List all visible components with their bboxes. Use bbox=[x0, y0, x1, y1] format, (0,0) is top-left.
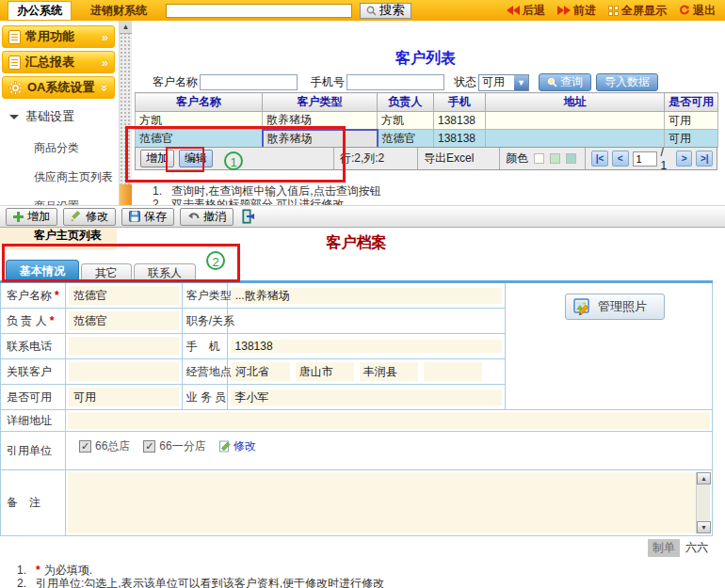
grid-edit-button[interactable]: 编辑 bbox=[179, 150, 213, 167]
last-page-button[interactable]: >| bbox=[696, 151, 713, 167]
scroll-up-icon[interactable]: ▲ bbox=[697, 472, 711, 485]
field-label: 详细地址 bbox=[7, 413, 52, 429]
scroll-down-icon[interactable]: ▼ bbox=[697, 521, 711, 533]
table-row[interactable]: 方凯 散养猪场 方凯 138138 可用 bbox=[136, 112, 718, 130]
maker-info: 制单 六六 bbox=[648, 539, 708, 557]
photo-edit-icon bbox=[573, 297, 592, 316]
salesman-field[interactable]: 李小军 bbox=[231, 389, 502, 405]
column-header[interactable]: 客户类型 bbox=[263, 93, 378, 112]
tab-basic-info[interactable]: 基本情况 bbox=[6, 260, 79, 281]
fullscreen-icon bbox=[608, 6, 619, 16]
forward-button[interactable]: 前进 bbox=[557, 3, 596, 19]
tab-contacts[interactable]: 联系人 bbox=[134, 263, 196, 281]
sidebar-splitter[interactable]: ▲ bbox=[119, 21, 132, 205]
plus-icon bbox=[13, 212, 24, 222]
ref-unit-option: ✓ 66一分店 bbox=[143, 438, 205, 454]
sidebar-section-basic-settings[interactable]: 基础设置 bbox=[0, 99, 117, 134]
add-button[interactable]: 增加 bbox=[6, 208, 57, 226]
next-page-button[interactable]: > bbox=[676, 151, 693, 167]
customer-form: 客户名称* 范德官 客户类型 ...散养猪场 负 责 人* 范德官 职务/关系 … bbox=[0, 283, 713, 536]
chevron-down-icon: » bbox=[98, 84, 112, 90]
import-data-button[interactable]: 导入数据 bbox=[596, 73, 658, 91]
global-search-input[interactable] bbox=[166, 4, 352, 18]
remark-scrollbar[interactable]: ▲ ▼ bbox=[696, 472, 710, 533]
province-field[interactable]: 河北省 bbox=[232, 362, 290, 381]
required-mark: * bbox=[55, 289, 59, 302]
grid-add-button[interactable]: 增加 bbox=[140, 150, 174, 167]
customer-type-field[interactable]: ...散养猪场 bbox=[231, 288, 502, 304]
topbar: 办公系统 进销财系统 搜索 后退 前进 全屏显示 退出 bbox=[0, 0, 725, 21]
mobile-field[interactable]: 138138 bbox=[231, 340, 502, 353]
color-swatch-3[interactable] bbox=[566, 153, 576, 164]
column-header[interactable]: 地址 bbox=[486, 93, 665, 112]
modify-button[interactable]: 修改 bbox=[63, 208, 116, 226]
edit-ref-units-link[interactable]: 修改 bbox=[219, 438, 256, 454]
color-swatch-2[interactable] bbox=[550, 153, 560, 164]
town-field[interactable] bbox=[424, 362, 482, 381]
county-field[interactable]: 丰润县 bbox=[360, 362, 418, 381]
form-title: 客户档案 bbox=[0, 233, 713, 253]
customer-list-panel: 客户列表 客户名称 手机号 状态 可用 ▼ 查询 导入数据 客户名称 客户类型 … bbox=[134, 21, 725, 205]
selected-cell[interactable]: 散养猪场 bbox=[263, 130, 378, 148]
back-button[interactable]: 后退 bbox=[507, 3, 545, 19]
detail-address-field[interactable] bbox=[68, 412, 710, 429]
exit-form-button[interactable] bbox=[241, 209, 256, 224]
app-tab-office[interactable]: 办公系统 bbox=[8, 1, 72, 21]
customer-name-field[interactable]: 范德官 bbox=[69, 286, 179, 305]
status-select[interactable]: 可用 ▼ bbox=[478, 74, 529, 91]
column-header[interactable]: 是否可用 bbox=[665, 93, 718, 112]
checkbox-checked[interactable]: ✓ bbox=[143, 440, 155, 453]
page-number-input[interactable] bbox=[633, 151, 657, 167]
tab-other[interactable]: 其它 bbox=[81, 263, 132, 281]
exit-button[interactable]: 退出 bbox=[679, 3, 716, 19]
sidebar-group-reports[interactable]: 汇总报表 » bbox=[2, 51, 115, 73]
color-label: 颜色 bbox=[506, 151, 528, 167]
column-header[interactable]: 客户名称 bbox=[136, 93, 263, 112]
form-help-notes: 1.*为必填项. 2.引用单位:勾选上,表示该单位可以看到该客户资料,便于修改时… bbox=[17, 564, 717, 588]
fullscreen-button[interactable]: 全屏显示 bbox=[608, 3, 667, 19]
customer-name-label: 客户名称 bbox=[153, 74, 198, 90]
search-icon bbox=[366, 6, 377, 16]
field-label: 客户名称 bbox=[7, 288, 52, 304]
city-field[interactable]: 唐山市 bbox=[296, 362, 354, 381]
document-icon bbox=[8, 30, 21, 44]
available-field[interactable]: 可用 bbox=[69, 388, 179, 406]
field-label: 客户类型 bbox=[183, 283, 228, 308]
sidebar-group-common[interactable]: 常用功能 » bbox=[2, 25, 115, 48]
related-customer-field[interactable] bbox=[69, 362, 179, 381]
remark-textarea[interactable]: ▲ ▼ bbox=[68, 472, 710, 533]
sidebar-item-supplier-list[interactable]: 供应商主页列表 bbox=[0, 163, 117, 192]
undo-button[interactable]: 撤消 bbox=[180, 208, 234, 226]
annotation-circle-2: 2 bbox=[206, 251, 225, 270]
person-in-charge-field[interactable]: 范德官 bbox=[69, 311, 179, 330]
color-swatch-1[interactable] bbox=[534, 153, 544, 164]
prev-page-button[interactable]: < bbox=[612, 151, 629, 167]
forward-icon bbox=[557, 6, 564, 15]
pagination: |< < / 1 > >| bbox=[585, 148, 717, 169]
table-row-selected[interactable]: 范德官 散养猪场 范德官 138138 可用 bbox=[136, 130, 718, 148]
column-header[interactable]: 负责人 bbox=[378, 93, 434, 112]
column-header[interactable]: 手机 bbox=[434, 93, 486, 112]
rowcol-status: 行:2,列:2 bbox=[333, 148, 417, 169]
field-label: 联系电话 bbox=[7, 339, 52, 355]
pencil-icon bbox=[71, 211, 82, 222]
grid-help-notes: 1.查询时,在查询框中输入值后,点击查询按钮 2.双击表格的标题部分,可以进行修… bbox=[153, 184, 680, 205]
checkbox-checked[interactable]: ✓ bbox=[79, 440, 91, 453]
field-label: 职务/关系 bbox=[183, 309, 228, 333]
export-excel-button[interactable]: 导出Excel bbox=[417, 148, 499, 169]
splitter-collapse-button[interactable]: ▲ bbox=[120, 21, 132, 34]
phone-input[interactable] bbox=[346, 74, 444, 90]
save-button[interactable]: 保存 bbox=[121, 208, 174, 226]
sidebar-item-product-category[interactable]: 商品分类 bbox=[0, 134, 117, 163]
search-button[interactable]: 搜索 bbox=[360, 3, 411, 19]
app-tab-erp[interactable]: 进销财系统 bbox=[90, 3, 147, 19]
ref-unit-option: ✓ 66总店 bbox=[79, 438, 130, 454]
customer-name-input[interactable] bbox=[200, 74, 298, 90]
query-button[interactable]: 查询 bbox=[539, 73, 591, 91]
contact-phone-field[interactable] bbox=[69, 337, 179, 356]
manage-photos-button[interactable]: 管理照片 bbox=[565, 294, 665, 320]
field-label: 经营地点 bbox=[183, 359, 228, 384]
sidebar-group-oa-settings[interactable]: OA系统设置 » bbox=[2, 76, 115, 99]
first-page-button[interactable]: |< bbox=[591, 151, 608, 167]
table-footer: 增加 编辑 行:2,列:2 导出Excel 颜色 |< < / 1 > >| bbox=[135, 147, 717, 170]
